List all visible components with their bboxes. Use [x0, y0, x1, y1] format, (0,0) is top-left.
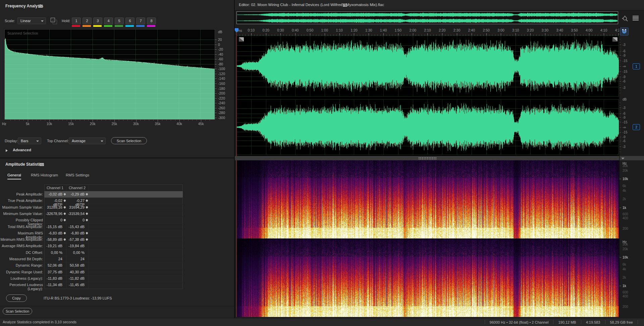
waveform-canvas-ch1[interactable] [236, 36, 619, 97]
chevron-down-icon[interactable] [621, 158, 625, 159]
table-row[interactable]: Minimum Sample Value:-32678,96-31539,54 [0, 211, 234, 217]
tab-general[interactable]: General [7, 173, 21, 179]
tab-rms-settings[interactable]: RMS Settings [66, 173, 89, 179]
overview-waveform-ch1[interactable] [237, 12, 618, 17]
timeline-ruler[interactable]: hms 0:100:200:300:400:501:001:101:201:30… [235, 27, 619, 36]
scan-selection-button[interactable]: Scan Selection [3, 308, 32, 315]
hz-ruler-label: 600 [623, 212, 628, 216]
amplitude-statistics-panel: Amplitude Statistics General RMS Histogr… [0, 158, 234, 318]
table-row[interactable]: DC Offset:0,00 %0,00 % [0, 250, 234, 256]
table-row[interactable]: Loudness (Legacy):-11,83 dB-11,82 dB [0, 275, 234, 282]
top-channel-select[interactable]: Average [69, 138, 106, 144]
db-minor-tick [620, 64, 621, 64]
row-value-area [44, 243, 183, 250]
channel-badge-2[interactable]: 2 [633, 124, 640, 130]
cell-channel1: 37,75 dB [44, 270, 62, 274]
chevron-right-icon[interactable] [6, 149, 8, 152]
db-axis-title: dB [218, 30, 222, 34]
table-row[interactable]: Maximum Sample Value:31289,1631694,29 [0, 204, 234, 211]
freq-minor-tick [97, 120, 97, 121]
freq-minor-tick [188, 120, 189, 121]
playhead-line[interactable] [236, 160, 237, 317]
db-ruler-label: -3 [623, 86, 626, 90]
freq-minor-tick [75, 120, 76, 121]
row-value-area [44, 262, 183, 269]
db-minor-tick [620, 49, 621, 49]
db-minor-tick [620, 135, 621, 135]
table-row[interactable]: Maximum RMS Amplitude:-6,83 dB-6,80 dB [0, 230, 234, 236]
overview-navigator[interactable] [236, 11, 618, 24]
spectrogram-canvas-ch2[interactable] [236, 239, 619, 317]
hold-button-6[interactable]: 6 [125, 17, 135, 24]
advanced-toggle[interactable]: Advanced [13, 148, 31, 152]
waveform-canvas-ch2[interactable] [236, 99, 619, 155]
playhead-line[interactable] [236, 32, 237, 156]
db-tick [215, 113, 217, 113]
hold-button-2[interactable]: 2 [83, 17, 92, 24]
scan-selection-button[interactable]: Scan Selection [111, 137, 147, 144]
table-row[interactable]: Peak Amplitude:-0,02 dB-0,29 dB [0, 191, 234, 198]
panel-title: Frequency Analysis [5, 4, 43, 8]
loudness-summary: ITU-R BS.1770-3 Loudness: -13,99 LUFS [44, 296, 112, 300]
db-minor-tick [620, 93, 621, 93]
panel-menu-icon[interactable] [40, 163, 44, 166]
db-tick-label: -260 [218, 106, 225, 110]
frequency-spectrum-canvas[interactable] [5, 30, 215, 119]
timeline-tick [516, 33, 516, 36]
db-tick-label: -120 [218, 72, 225, 76]
panel-list-icon[interactable] [633, 16, 639, 21]
timeline-tick [604, 33, 604, 36]
hold-button-8[interactable]: 8 [147, 17, 156, 24]
hold-button-7[interactable]: 7 [136, 17, 145, 24]
frequency-graph[interactable]: Scanned Selection [5, 30, 215, 119]
panel-menu-icon[interactable] [343, 4, 347, 7]
freq-minor-tick [58, 120, 58, 121]
waveform-display[interactable] [236, 36, 619, 156]
scale-select[interactable]: Linear [17, 17, 46, 24]
hold-color-swatch [125, 25, 134, 27]
db-minor-tick [620, 143, 621, 143]
fade-in-handle-icon[interactable] [239, 37, 244, 42]
db-tick-label: -300 [218, 116, 225, 120]
panel-menu-icon[interactable] [38, 5, 43, 8]
table-row[interactable]: Dynamic Range Used:37,75 dB40,30 dB [0, 269, 234, 275]
table-row[interactable]: Measured Bit Depth:2424 [0, 256, 234, 262]
db-ruler-tick [620, 88, 621, 88]
drag-handle-icon[interactable] [418, 157, 437, 160]
fade-out-handle-icon[interactable] [612, 37, 618, 42]
format-info: 96000 Hz • 32-bit (float) • 2 Channel [490, 320, 549, 324]
overview-waveform-ch2[interactable] [237, 18, 618, 23]
table-row[interactable]: Dynamic Range:52,06 dB50,58 dB [0, 262, 234, 269]
view-split-divider[interactable] [235, 156, 644, 160]
hold-button-1[interactable]: 1 [72, 17, 81, 24]
hold-button-3[interactable]: 3 [93, 17, 102, 24]
table-row[interactable]: True Peak Amplitude:-0,02 dBTP-0,27 dBTP [0, 198, 234, 204]
spectrogram-display[interactable] [236, 160, 619, 317]
timeline-tick-label: 0:30 [275, 28, 286, 32]
separator [638, 320, 638, 324]
display-select[interactable]: Bars [18, 138, 41, 144]
scan-state-label: Scanned Selection [7, 31, 38, 35]
row-label: Perceived Loudness (Legacy): [0, 283, 43, 291]
table-row[interactable]: Total RMS Amplitude:-15,15 dB-15,43 dB [0, 224, 234, 230]
hz-ruler-label: 600 [623, 290, 628, 294]
separator [485, 320, 485, 324]
timeline-tick-label: 1:30 [363, 28, 374, 32]
spectrogram-canvas-ch1[interactable] [236, 160, 619, 238]
table-row[interactable]: Minimum RMS Amplitude:-58,89 dB-57,38 dB [0, 236, 234, 243]
tab-rms-histogram[interactable]: RMS Histogram [31, 173, 58, 179]
zoom-navigate-icon[interactable] [621, 15, 629, 23]
hold-button-4[interactable]: 4 [104, 17, 113, 24]
table-row[interactable]: Possibly Clipped Samples:00 [0, 217, 234, 223]
table-row[interactable]: Average RMS Amplitude:-19,21 dB-19,84 dB [0, 243, 234, 249]
db-ruler-tick [620, 61, 621, 61]
timeline-tick-label: 2:30 [451, 28, 462, 32]
table-row[interactable]: Perceived Loudness (Legacy):-11,34 dB-11… [0, 282, 234, 288]
db-ruler-tick [620, 108, 621, 108]
copy-button[interactable]: Copy [6, 294, 27, 302]
freq-minor-tick [41, 120, 41, 121]
hold-button-5[interactable]: 5 [115, 17, 124, 24]
timeline-tick-label: 1:20 [348, 28, 359, 32]
hz-ruler-label: 2k [623, 197, 626, 201]
channel-badge-1[interactable]: 1 [633, 63, 640, 69]
